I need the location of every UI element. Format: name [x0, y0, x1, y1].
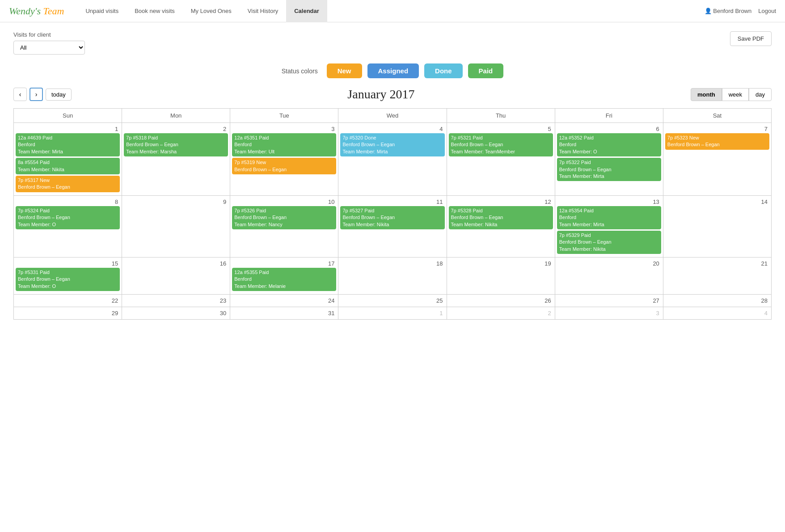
event-5326[interactable]: 7p #5326 PaidBenford Brown – EeganTeam M…: [232, 206, 336, 229]
day-number: 13: [557, 198, 661, 206]
day-jan16: 16: [122, 258, 230, 295]
event-5323[interactable]: 7p #5323 NewBenford Brown – Eegan: [665, 133, 769, 150]
week-view-button[interactable]: week: [722, 88, 749, 101]
day-number: 7: [665, 125, 769, 133]
day-number: 31: [232, 309, 336, 317]
calendar-header-row: Sun Mon Tue Wed Thu Fri Sat: [14, 109, 772, 123]
day-number: 4: [665, 309, 769, 317]
month-view-button[interactable]: month: [691, 88, 722, 101]
day-feb2: 2: [447, 307, 555, 320]
event-5322[interactable]: 7p #5322 PaidBenford Brown – EeganTeam M…: [557, 158, 661, 181]
nav-user: 👤 Benford Brown: [705, 8, 752, 14]
day-number: 3: [232, 125, 336, 133]
day-number: 23: [124, 296, 228, 305]
nav-calendar[interactable]: Calendar: [286, 0, 327, 22]
event-5355[interactable]: 12a #5355 PaidBenfordTeam Member: Melani…: [232, 268, 336, 291]
day-jan22: 22: [14, 295, 122, 307]
main-nav: Wendy's Team Unpaid visits Book new visi…: [0, 0, 785, 22]
col-fri: Fri: [555, 109, 663, 123]
event-5317[interactable]: 7p #5317 NewBenford Brown – Eegan: [16, 176, 120, 192]
nav-links: Unpaid visits Book new visits My Loved O…: [77, 0, 327, 22]
day-view-button[interactable]: day: [749, 88, 772, 101]
week-row-5: 29 30 31 1 2 3 4: [14, 307, 772, 320]
status-paid-button[interactable]: Paid: [468, 63, 504, 78]
day-jan23: 23: [122, 295, 230, 307]
day-jan14: 14: [663, 195, 771, 257]
event-5320[interactable]: 7p #5320 DoneBenford Brown – EeganTeam M…: [340, 133, 444, 156]
col-tue: Tue: [230, 109, 338, 123]
day-number: 14: [665, 198, 769, 206]
day-number: 17: [232, 259, 336, 268]
event-5318[interactable]: 7p #5318 PaidBenford Brown – EeganTeam M…: [124, 133, 228, 156]
day-feb3: 3: [555, 307, 663, 320]
prev-month-button[interactable]: ‹: [13, 88, 27, 101]
day-jan30: 30: [122, 307, 230, 320]
cal-nav: ‹ › today: [13, 88, 72, 101]
day-number: 27: [557, 296, 661, 305]
day-jan5: 5 7p #5321 PaidBenford Brown – EeganTeam…: [447, 123, 555, 196]
event-5354[interactable]: 12a #5354 PaidBenfordTeam Member: Mirta: [557, 206, 661, 229]
day-jan8: 8 7p #5324 PaidBenford Brown – EeganTeam…: [14, 195, 122, 257]
calendar-title: January 2017: [347, 87, 414, 101]
event-5327[interactable]: 7p #5327 PaidBenford Brown – EeganTeam M…: [340, 206, 444, 229]
day-number: 20: [557, 259, 661, 268]
day-number: 5: [449, 125, 553, 133]
event-5324[interactable]: 7p #5324 PaidBenford Brown – EeganTeam M…: [16, 206, 120, 229]
day-jan4: 4 7p #5320 DoneBenford Brown – EeganTeam…: [338, 123, 447, 196]
col-sun: Sun: [14, 109, 122, 123]
day-number: 12: [449, 198, 553, 206]
day-jan31: 31: [230, 307, 338, 320]
event-4639[interactable]: 12a #4639 PaidBenfordTeam Member: Mirta: [16, 133, 120, 156]
day-jan13: 13 12a #5354 PaidBenfordTeam Member: Mir…: [555, 195, 663, 257]
nav-right: 👤 Benford Brown Logout: [705, 8, 776, 14]
day-jan21: 21: [663, 258, 771, 295]
client-select[interactable]: All: [13, 41, 85, 55]
calendar-grid: Sun Mon Tue Wed Thu Fri Sat 1 12a #4639 …: [13, 108, 772, 320]
week-row-1: 1 12a #4639 PaidBenfordTeam Member: Mirt…: [14, 123, 772, 196]
event-5331[interactable]: 7p #5331 PaidBenford Brown – EeganTeam M…: [16, 268, 120, 291]
status-done-button[interactable]: Done: [424, 63, 463, 78]
day-number: 1: [340, 309, 444, 317]
next-month-button[interactable]: ›: [30, 88, 43, 101]
day-jan28: 28: [663, 295, 771, 307]
save-pdf-button[interactable]: Save PDF: [730, 31, 772, 46]
day-number: 24: [232, 296, 336, 305]
col-sat: Sat: [663, 109, 771, 123]
day-number: 29: [16, 309, 120, 317]
nav-my-loved-ones[interactable]: My Loved Ones: [183, 0, 240, 22]
event-5351[interactable]: 12a #5351 PaidBenfordTeam Member: Ult: [232, 133, 336, 156]
day-number: 19: [449, 259, 553, 268]
day-jan2: 2 7p #5318 PaidBenford Brown – EeganTeam…: [122, 123, 230, 196]
day-number: 11: [340, 198, 444, 206]
day-number: 21: [665, 259, 769, 268]
event-5352[interactable]: 12a #5352 PaidBenfordTeam Member: O: [557, 133, 661, 156]
col-thu: Thu: [447, 109, 555, 123]
logout-button[interactable]: Logout: [758, 8, 776, 14]
nav-unpaid-visits[interactable]: Unpaid visits: [77, 0, 127, 22]
day-number: 30: [124, 309, 228, 317]
event-5554[interactable]: 8a #5554 PaidTeam Member: Nikita: [16, 158, 120, 174]
event-5321[interactable]: 7p #5321 PaidBenford Brown – EeganTeam M…: [449, 133, 553, 156]
today-button[interactable]: today: [46, 89, 72, 101]
nav-book-new-visits[interactable]: Book new visits: [127, 0, 183, 22]
top-bar: Visits for client All Save PDF: [13, 31, 772, 55]
day-jan7: 7 7p #5323 NewBenford Brown – Eegan: [663, 123, 771, 196]
day-number: 18: [340, 259, 444, 268]
day-jan24: 24: [230, 295, 338, 307]
status-assigned-button[interactable]: Assigned: [367, 63, 419, 78]
event-5329[interactable]: 7p #5329 PaidBenford Brown – EeganTeam M…: [557, 231, 661, 254]
event-5328[interactable]: 7p #5328 PaidBenford Brown – EeganTeam M…: [449, 206, 553, 229]
day-number: 16: [124, 259, 228, 268]
day-number: 8: [16, 198, 120, 206]
status-new-button[interactable]: New: [327, 63, 362, 78]
week-row-2: 8 7p #5324 PaidBenford Brown – EeganTeam…: [14, 195, 772, 257]
nav-visit-history[interactable]: Visit History: [240, 0, 286, 22]
week-row-3: 15 7p #5331 PaidBenford Brown – EeganTea…: [14, 258, 772, 295]
status-bar: Status colors New Assigned Done Paid: [13, 63, 772, 78]
day-jan27: 27: [555, 295, 663, 307]
event-5319[interactable]: 7p #5319 NewBenford Brown – Eegan: [232, 158, 336, 174]
day-jan10: 10 7p #5326 PaidBenford Brown – EeganTea…: [230, 195, 338, 257]
day-jan1: 1 12a #4639 PaidBenfordTeam Member: Mirt…: [14, 123, 122, 196]
main-content: Visits for client All Save PDF Status co…: [0, 22, 785, 329]
day-jan26: 26: [447, 295, 555, 307]
